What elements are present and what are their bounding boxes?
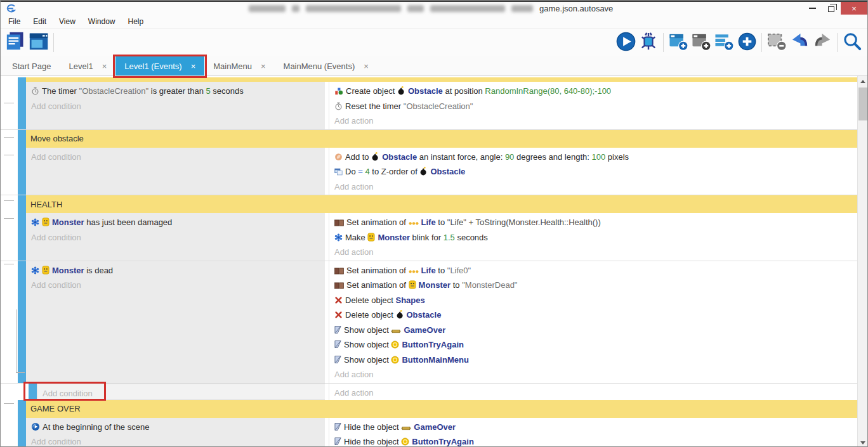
object-link[interactable]: Life (421, 217, 436, 227)
action-line[interactable]: Show object GameOver (334, 323, 852, 339)
object-link[interactable]: Monster (419, 280, 451, 290)
action-line[interactable]: Hide the object GameOver (334, 420, 852, 436)
add-condition[interactable]: Add condition (31, 100, 320, 113)
search-button[interactable] (841, 31, 864, 54)
scene-editor-window-button[interactable] (27, 31, 50, 54)
menu-file[interactable]: File (2, 15, 27, 29)
remove-event-button[interactable] (765, 31, 788, 54)
object-link[interactable]: ButtonTryAgain (402, 340, 464, 349)
tab-close-icon[interactable]: × (261, 62, 266, 71)
scroll-up-button[interactable] (858, 76, 867, 86)
condition-line[interactable]: Monster is dead (31, 264, 320, 279)
event-selection-bar[interactable] (18, 213, 26, 261)
tab-level1-events-[interactable]: Level1 (Events)× (115, 56, 204, 75)
add-other-button[interactable] (735, 31, 758, 54)
add-action[interactable]: Add action (334, 245, 852, 259)
add-condition[interactable]: Add condition (31, 278, 320, 292)
object-link[interactable]: Monster (52, 266, 84, 275)
action-line[interactable]: Set animation of Monster to "MonsterDead… (334, 278, 852, 294)
action-line[interactable]: Set animation of Life to "Life0" (334, 264, 852, 279)
menu-help[interactable]: Help (122, 15, 150, 29)
add-action[interactable]: Add action (334, 180, 852, 194)
event-selection-bar[interactable] (18, 148, 26, 195)
action-line[interactable]: Delete object Shapes (334, 294, 852, 309)
add-condition[interactable]: Add condition (31, 435, 320, 447)
event-selection-bar[interactable] (18, 82, 26, 129)
add-action[interactable]: Add action (334, 368, 852, 382)
debug-button[interactable] (637, 31, 660, 54)
menu-window[interactable]: Window (82, 15, 122, 29)
add-condition[interactable]: Add condition (31, 150, 320, 164)
comment-text[interactable]: GAME OVER (26, 400, 857, 418)
tab-close-icon[interactable]: × (102, 62, 107, 71)
object-link[interactable]: Obstacle (407, 310, 442, 320)
tab-mainmenu[interactable]: MainMenu× (204, 56, 274, 75)
tab-level1[interactable]: Level1× (60, 56, 115, 75)
play-button[interactable] (614, 31, 637, 54)
action-line[interactable]: Hide the object ButtonTryAgain (334, 435, 852, 447)
tree-tick (4, 264, 14, 264)
tab-close-icon[interactable]: × (364, 62, 369, 71)
event-selection-bar[interactable] (18, 130, 26, 148)
action-line[interactable]: Create object Obstacle at position Rando… (334, 84, 852, 100)
event-selection-bar[interactable] (18, 261, 26, 383)
scroll-down-button[interactable] (858, 437, 867, 447)
minimize-button[interactable] (803, 2, 822, 15)
redo-button[interactable] (811, 31, 834, 54)
action-line[interactable]: Add to Obstacle an instant force, angle:… (334, 150, 852, 165)
text-segment: Hide the object (344, 422, 401, 432)
object-link[interactable]: Obstacle (430, 167, 465, 176)
restore-button[interactable] (822, 2, 841, 15)
condition-line[interactable]: Monster has just been damaged (31, 216, 320, 231)
tab-start-page[interactable]: Start Page (3, 56, 60, 75)
object-link[interactable]: GameOver (414, 422, 456, 432)
close-button[interactable]: × (841, 2, 867, 15)
events-sheet: The timer "ObstacleCreation" is greater … (1, 75, 867, 447)
condition-line[interactable]: At the beginning of the scene (31, 420, 320, 436)
menu-edit[interactable]: Edit (27, 15, 53, 29)
add-comment-button[interactable] (713, 31, 735, 54)
add-action[interactable]: Add action (334, 114, 852, 128)
menu-view[interactable]: View (53, 15, 82, 29)
object-link[interactable]: Monster (52, 217, 84, 227)
tab-mainmenu-events-[interactable]: MainMenu (Events)× (275, 56, 378, 75)
scrollbar-thumb[interactable] (858, 87, 867, 120)
subevent-connector-line (16, 309, 16, 372)
add-subevent-button[interactable] (690, 31, 713, 54)
action-line[interactable]: Make Monster blink for 1.5 seconds (334, 231, 852, 246)
add-condition[interactable]: Add condition (43, 387, 320, 401)
action-line[interactable]: Do = 4 to Z-order of Obstacle (334, 165, 852, 180)
event-selection-bar[interactable] (18, 195, 26, 213)
object-link[interactable]: Monster (378, 233, 410, 242)
action-line[interactable]: Show object ButtonTryAgain (334, 338, 852, 353)
text-segment: to (450, 280, 462, 290)
object-link[interactable]: GameOver (404, 325, 445, 335)
undo-button[interactable] (788, 31, 811, 54)
action-line[interactable]: Reset the timer "ObstacleCreation" (334, 100, 852, 115)
action-line[interactable]: Set animation of Life to "Life" + ToStri… (334, 216, 852, 231)
tab-close-icon[interactable]: × (191, 62, 196, 71)
condition-line[interactable]: The timer "ObstacleCreation" is greater … (31, 84, 320, 100)
object-link[interactable]: Obstacle (408, 86, 443, 96)
action-line[interactable]: Show object ButtonMainMenu (334, 353, 852, 368)
add-event-button[interactable] (667, 31, 690, 54)
tab-label: Level1 (Events) (124, 62, 181, 71)
object-link[interactable]: ButtonTryAgain (412, 437, 474, 446)
project-manager-button[interactable] (4, 31, 27, 54)
event-selection-bar[interactable] (18, 77, 26, 82)
events-gutter (1, 82, 18, 129)
comment-text[interactable]: Move obstacle (26, 130, 857, 148)
event-selection-bar[interactable] (18, 400, 26, 418)
comment-text[interactable]: HEALTH (26, 195, 857, 213)
object-link[interactable]: Obstacle (382, 152, 417, 162)
add-condition[interactable]: Add condition (31, 231, 320, 245)
action-line[interactable]: Delete object Obstacle (334, 308, 852, 323)
add-action[interactable]: Add action (334, 386, 852, 400)
event-selection-bar[interactable] (29, 384, 37, 400)
object-link[interactable]: ButtonMainMenu (402, 355, 468, 365)
vertical-scrollbar[interactable] (857, 76, 867, 447)
object-link[interactable]: Shapes (396, 295, 425, 305)
event-selection-bar[interactable] (18, 418, 26, 447)
life-icon (409, 217, 419, 231)
object-link[interactable]: Life (421, 266, 436, 275)
